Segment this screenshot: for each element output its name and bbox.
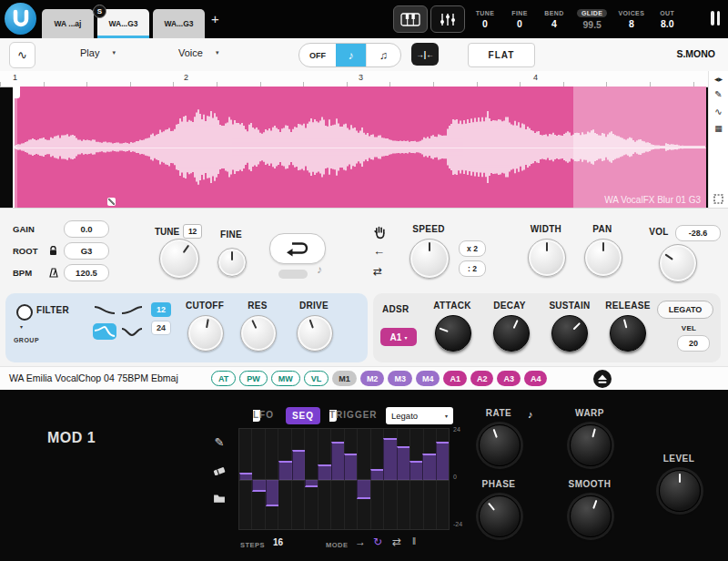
decay-knob[interactable] xyxy=(493,315,530,352)
selection-frame-icon[interactable] xyxy=(713,194,723,204)
tab-lfo[interactable]: LFO xyxy=(253,410,260,422)
cutoff-knob[interactable] xyxy=(187,315,224,352)
snap-to-center-button[interactable]: →|← xyxy=(411,43,439,66)
filter-notch-icon[interactable] xyxy=(120,323,144,340)
res-knob[interactable] xyxy=(240,315,277,352)
mod4-pill[interactable]: M4 xyxy=(416,371,440,386)
seq-step[interactable] xyxy=(239,473,252,480)
speed-half-button[interactable]: : 2 xyxy=(459,260,486,277)
seq-step[interactable] xyxy=(370,469,383,481)
envelope-slot-dropdown[interactable]: A1 ▾ xyxy=(380,328,417,346)
seq-step[interactable] xyxy=(383,438,396,480)
seq-step[interactable] xyxy=(252,480,265,492)
seq-step[interactable] xyxy=(397,446,410,481)
add-tab-button[interactable]: + xyxy=(211,11,219,26)
sustain-knob[interactable] xyxy=(551,315,588,352)
fine-knob[interactable] xyxy=(217,248,247,277)
env1-pill[interactable]: A1 xyxy=(443,371,467,386)
drive-knob[interactable] xyxy=(297,315,333,352)
tab-trigger[interactable]: TRIGGER xyxy=(329,410,337,422)
seq-step[interactable] xyxy=(436,442,449,480)
seq-step[interactable] xyxy=(292,450,305,480)
rate-knob[interactable] xyxy=(479,424,521,466)
keyboard-view-button[interactable] xyxy=(393,5,428,33)
env2-pill[interactable]: A2 xyxy=(470,371,494,386)
gain-value[interactable]: 0.0 xyxy=(64,220,109,238)
start-marker[interactable] xyxy=(13,87,15,208)
mod1-pill[interactable]: M1 xyxy=(332,371,357,386)
seq-step[interactable] xyxy=(344,454,357,480)
level-knob[interactable] xyxy=(659,470,701,512)
chevron-down-icon[interactable]: ▾ xyxy=(20,323,23,330)
flat-button[interactable]: FLAT xyxy=(468,43,535,67)
tune-readout[interactable]: TUNE 0 xyxy=(473,10,497,29)
width-knob[interactable] xyxy=(528,239,566,277)
aftertouch-pill[interactable]: AT xyxy=(211,371,236,386)
seq-step[interactable] xyxy=(266,480,278,506)
attack-knob[interactable] xyxy=(435,315,471,352)
mod3-pill[interactable]: M3 xyxy=(388,371,412,386)
env4-pill[interactable]: A4 xyxy=(524,371,548,386)
mono-mode-label[interactable]: S.MONO xyxy=(676,48,715,59)
trigger-mode-dropdown[interactable]: Legato ▾ xyxy=(386,407,453,424)
bpm-value[interactable]: 120.5 xyxy=(64,264,109,281)
waveform-display[interactable]: WA VocalFX Blur 01 G3 xyxy=(13,87,706,208)
mode-loop-icon[interactable]: ↻ xyxy=(373,536,382,548)
seq-step[interactable] xyxy=(357,480,369,499)
h-arrows-icon[interactable]: ◀▶ xyxy=(714,76,723,82)
pan-knob[interactable] xyxy=(584,239,622,277)
bend-readout[interactable]: BEND 4 xyxy=(542,10,566,29)
loop-button[interactable] xyxy=(269,233,326,264)
speed-double-button[interactable]: x 2 xyxy=(459,240,486,257)
vol-value[interactable]: -28.6 xyxy=(675,225,721,241)
out-readout[interactable]: OUT 8.0 xyxy=(655,10,679,29)
note-sync-icon[interactable]: ♪ xyxy=(528,409,533,420)
pitchwheel-pill[interactable]: PW xyxy=(239,371,268,386)
filter-highpass-icon[interactable] xyxy=(120,301,144,318)
tune-semitone-value[interactable]: 12 xyxy=(183,224,202,239)
sync-triplet-button[interactable]: ♫ xyxy=(366,44,400,66)
velocity-pill[interactable]: VL xyxy=(304,371,329,386)
load-preset-folder-icon[interactable] xyxy=(213,493,226,504)
preset-tab-2[interactable]: S WA...G3 xyxy=(97,9,149,38)
speed-knob[interactable] xyxy=(410,239,450,279)
draw-tool-icon[interactable]: ✎ xyxy=(215,435,225,449)
collapse-panel-button[interactable] xyxy=(593,370,612,388)
glide-readout[interactable]: GLIDE 99.5 xyxy=(577,9,607,30)
play-mode-dropdown[interactable]: Play ▾ xyxy=(80,47,116,58)
curve-icon[interactable]: ∿ xyxy=(714,107,722,117)
smooth-knob[interactable] xyxy=(570,495,612,537)
voices-readout[interactable]: VOICES 8 xyxy=(618,10,644,29)
hand-tool-icon[interactable] xyxy=(372,225,387,243)
seq-step[interactable] xyxy=(422,454,435,480)
preset-name[interactable]: WA Emilia VocalChop 04 75BPM Ebmaj xyxy=(9,372,178,383)
voice-mode-dropdown[interactable]: Voice ▾ xyxy=(178,47,218,58)
mode-hold-icon[interactable]: ‖ xyxy=(412,536,416,546)
slope-24db-button[interactable]: 24 xyxy=(151,321,171,335)
filter-lowpass-icon[interactable] xyxy=(93,301,116,318)
legato-button[interactable]: LEGATO xyxy=(657,301,713,319)
arrow-left-icon[interactable]: ← xyxy=(373,244,385,258)
vel-value[interactable]: 20 xyxy=(677,335,710,352)
mixer-view-button[interactable] xyxy=(430,5,465,33)
start-marker-handle[interactable] xyxy=(13,87,20,98)
sync-note-button[interactable]: ♪ xyxy=(336,44,366,66)
crossfade-slider[interactable] xyxy=(278,270,308,279)
slope-12db-button[interactable]: 12 xyxy=(151,302,171,317)
mode-pingpong-icon[interactable]: ⇄ xyxy=(392,536,401,548)
mode-forward-icon[interactable]: → xyxy=(355,536,366,548)
mod2-pill[interactable]: M2 xyxy=(360,371,385,386)
grid-icon[interactable]: ▦ xyxy=(714,125,723,133)
app-logo-icon[interactable] xyxy=(5,3,36,35)
warp-knob[interactable] xyxy=(570,424,612,466)
steps-value[interactable]: 16 xyxy=(273,537,283,547)
seq-step[interactable] xyxy=(305,480,318,487)
fade-out-region[interactable] xyxy=(573,87,706,208)
release-knob[interactable] xyxy=(610,315,646,352)
seq-step[interactable] xyxy=(410,461,422,480)
root-value[interactable]: G3 xyxy=(64,242,109,260)
step-sequencer-grid[interactable] xyxy=(238,428,450,530)
swap-direction-icon[interactable]: ⇄ xyxy=(373,265,382,278)
modwheel-pill[interactable]: MW xyxy=(271,371,300,386)
env3-pill[interactable]: A3 xyxy=(497,371,521,386)
